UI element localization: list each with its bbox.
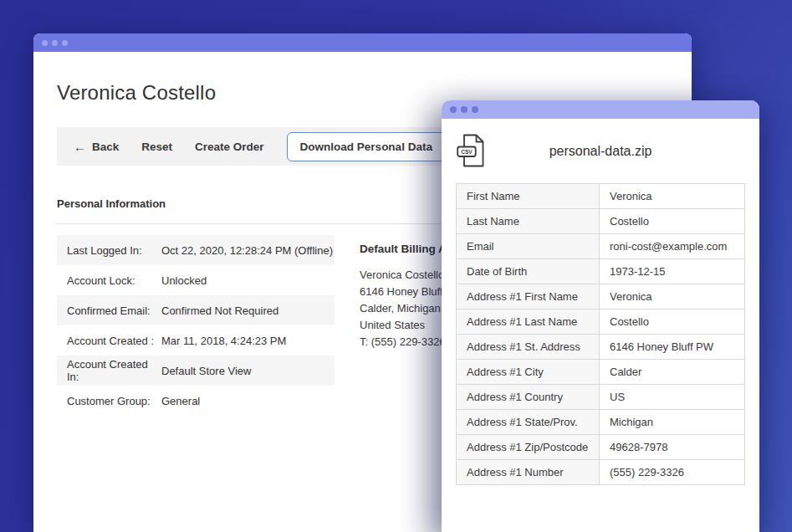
csv-table-row: Address #1 Number (555) 229-3326 [457,460,745,485]
csv-table-row: Address #1 St. Address 6146 Honey Bluff … [457,335,745,360]
file-name: personal-data.zip [442,144,759,159]
create-order-button[interactable]: Create Order [195,141,264,153]
personal-info-value: Default Store View [161,365,251,377]
personal-data-preview-window: CSV personal-data.zip First Name Veronic… [442,100,759,532]
personal-info-value: Confirmed Not Required [161,304,278,317]
csv-field-value: Veronica [600,284,745,309]
personal-info-row: Confirmed Email: Confirmed Not Required [57,295,335,325]
download-personal-data-button[interactable]: Download Personal Data [287,132,446,161]
csv-field-value: 49628-7978 [600,435,745,460]
personal-info-label: Confirmed Email: [57,304,161,317]
csv-field-label: Last Name [457,209,600,234]
personal-info-label: Last Logged In: [57,244,161,257]
personal-info-value: Unlocked [161,274,207,287]
personal-info-row: Account Created In: Default Store View [57,356,335,386]
personal-data-table: First Name Veronica Last Name Costello E… [456,183,745,485]
csv-table-row: Address #1 First Name Veronica [457,284,745,309]
reset-button[interactable]: Reset [141,141,172,153]
csv-field-label: Address #1 State/Prov. [457,410,600,435]
csv-field-value: Calder [600,360,745,385]
csv-field-label: Address #1 City [457,360,600,385]
csv-table-row: First Name Veronica [457,184,745,209]
personal-info-label: Account Created In: [57,358,161,383]
csv-field-value: roni-cost@example.com [600,234,745,259]
csv-table-row: Date of Birth 1973-12-15 [457,259,745,284]
window-dot-icon [42,40,48,46]
csv-table-row: Last Name Costello [457,209,745,234]
personal-info-label: Account Created : [57,335,161,347]
csv-field-label: Address #1 Number [457,460,600,485]
window-titlebar [33,33,692,52]
csv-field-value: Michigan [600,410,745,435]
csv-table-row: Address #1 Last Name Costello [457,309,745,335]
personal-info-row: Account Lock: Unlocked [57,265,335,295]
csv-table-row: Address #1 City Calder [457,360,745,385]
personal-info-value: Mar 11, 2018, 4:24:23 PM [161,335,286,347]
csv-table-row: Email roni-cost@example.com [457,234,745,259]
window-titlebar [442,100,759,119]
file-header: CSV personal-data.zip [442,119,759,183]
back-arrow-icon: ← [74,140,86,154]
window-dot-icon [62,40,68,46]
back-button-label: Back [92,141,119,153]
csv-field-value: 1973-12-15 [600,259,745,284]
csv-table-row: Address #1 Country US [457,385,745,410]
personal-info-label: Customer Group: [57,395,161,407]
csv-field-label: First Name [457,184,600,209]
window-dot-icon [472,106,478,113]
page-title: Veronica Costello [57,81,216,105]
personal-information-heading: Personal Information [57,197,166,210]
personal-info-value: Oct 22, 2020, 12:28:24 PM (Offline) [161,244,333,257]
personal-info-row: Customer Group: General [57,386,335,416]
csv-field-label: Email [457,234,600,259]
csv-field-value: (555) 229-3326 [600,460,745,485]
csv-field-value: Costello [600,209,745,234]
window-dot-icon [450,106,457,113]
csv-field-label: Address #1 Last Name [457,309,600,335]
csv-field-label: Date of Birth [457,259,600,284]
csv-field-value: Costello [600,309,745,335]
csv-field-label: Address #1 Zip/Postcode [457,435,600,460]
window-dot-icon [461,106,468,113]
back-button[interactable]: ← Back [74,140,119,154]
csv-table-row: Address #1 Zip/Postcode 49628-7978 [457,435,745,460]
csv-field-label: Address #1 Country [457,385,600,410]
window-dot-icon [52,40,58,46]
personal-info-label: Account Lock: [57,274,161,287]
csv-field-value: 6146 Honey Bluff PW [600,335,745,360]
csv-field-value: US [600,385,745,410]
personal-info-value: General [161,395,200,407]
csv-field-label: Address #1 First Name [457,284,600,309]
personal-info-row: Last Logged In: Oct 22, 2020, 12:28:24 P… [57,235,335,265]
personal-data-table-body: First Name Veronica Last Name Costello E… [457,184,745,485]
csv-field-value: Veronica [600,184,745,209]
csv-field-label: Address #1 St. Address [457,335,600,360]
personal-info-list: Last Logged In: Oct 22, 2020, 12:28:24 P… [57,235,335,416]
personal-info-row: Account Created : Mar 11, 2018, 4:24:23 … [57,325,335,356]
csv-table-row: Address #1 State/Prov. Michigan [457,410,745,435]
